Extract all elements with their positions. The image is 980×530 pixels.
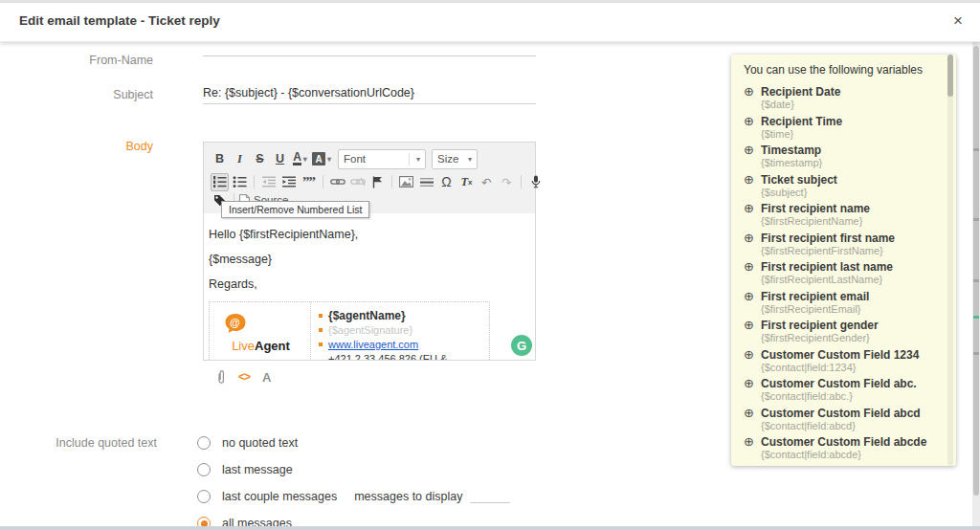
variables-panel: You can use the following variables ⊕Rec… (731, 55, 956, 466)
radio-no-quoted-text[interactable] (197, 436, 211, 450)
variable-item[interactable]: ⊕Customer Custom Field abcde{$contact|fi… (744, 435, 931, 461)
scroll-marker (973, 148, 979, 151)
anchor-flag-button[interactable] (368, 173, 387, 191)
website-link[interactable]: www.liveagent.com (328, 338, 418, 352)
insert-variable-icon: ⊕ (744, 173, 761, 187)
variable-item[interactable]: ⊕Timestamp{$timestamp} (744, 144, 931, 169)
insert-variable-icon: ⊕ (744, 407, 761, 420)
scroll-marker (973, 279, 979, 282)
svg-text:@: @ (230, 317, 240, 328)
page-scrollbar-thumb[interactable] (973, 46, 979, 496)
insert-image-button[interactable] (397, 173, 415, 191)
horizontal-rule-button[interactable] (417, 173, 435, 191)
from-name-input[interactable] (203, 50, 536, 56)
flag-icon (372, 176, 383, 188)
signature-block: @ LiveAgent {$agentName} {$agentSignatur… (209, 301, 490, 360)
signature-details-cell: {$agentName} {$agentSignature} www.livea… (311, 302, 489, 360)
variable-item[interactable]: ⊕Customer Custom Field 1234{$contact|fie… (744, 348, 931, 374)
dialog-header: Edit email template - Ticket reply × (0, 3, 980, 42)
dialog-title: Edit email template - Ticket reply (19, 13, 220, 28)
bold-button[interactable]: B (211, 150, 229, 168)
signature-line: {$agentSignature} (319, 323, 481, 338)
bullet-icon (319, 328, 323, 332)
variable-item[interactable]: ⊕Customer Custom Field abc.{$contact|fie… (744, 377, 931, 403)
signature-line: +421 2 33 456 826 (EU & Worldwide) (319, 352, 481, 360)
page-bottom-edge (0, 526, 980, 530)
numbered-list-button[interactable] (211, 173, 229, 191)
insert-variable-icon: ⊕ (744, 115, 761, 128)
insert-variable-icon: ⊕ (744, 435, 761, 449)
radio-last-message[interactable] (197, 463, 211, 476)
bullet-icon (319, 342, 323, 346)
toolbar-tooltip: Insert/Remove Numbered List (221, 201, 369, 218)
variable-item[interactable]: ⊕First recipient email{$firstRecipientEm… (744, 290, 931, 316)
variable-item[interactable]: ⊕Recipient Time{$time} (744, 115, 931, 141)
variables-panel-title: You can use the following variables (744, 63, 931, 77)
variable-item[interactable]: ⊕First recipient name{$firstRecipientNam… (744, 202, 931, 228)
paperclip-icon (216, 369, 226, 385)
messages-to-display-label: messages to display (354, 490, 462, 503)
insert-variable-icon: ⊕ (744, 319, 761, 332)
underline-button[interactable]: U (271, 150, 289, 168)
variable-item[interactable]: ⊕Customer Custom Field abcd{$contact|fie… (744, 407, 931, 432)
insert-link-button[interactable] (328, 173, 346, 191)
decrease-indent-icon (262, 176, 276, 188)
strikethrough-button[interactable]: S (251, 150, 269, 168)
editor-toolbar-row2: ”” (211, 173, 545, 190)
bulleted-list-button[interactable] (231, 173, 249, 191)
quoted-option-row: last message (197, 463, 293, 476)
close-icon[interactable]: × (947, 11, 969, 32)
decrease-indent-button[interactable] (259, 173, 278, 191)
subject-input[interactable]: Re: {$subject} - {$conversationUrlCode} (203, 84, 536, 104)
insert-variable-icon: ⊕ (744, 232, 761, 245)
messages-to-display-input[interactable] (470, 490, 510, 503)
variable-item[interactable]: ⊕Ticket subject{$subject} (744, 173, 931, 199)
variable-item[interactable]: ⊕Recipient Date{$date} (744, 85, 931, 111)
html-code-button[interactable]: <> (238, 370, 250, 384)
attachment-button[interactable] (216, 369, 226, 385)
special-character-button[interactable]: Ω (437, 173, 456, 191)
message-variable-line: {$message} (209, 252, 535, 267)
background-color-button[interactable]: A ▾ (311, 150, 332, 168)
font-dropdown[interactable]: Font ▾ (338, 149, 426, 169)
undo-button[interactable]: ↶ (478, 173, 496, 191)
scroll-marker (973, 218, 979, 221)
redo-button[interactable]: ↷ (498, 173, 516, 191)
increase-indent-button[interactable] (279, 173, 298, 191)
variable-item[interactable]: ⊕First recipient last name{$firstRecipie… (744, 260, 931, 286)
remove-format-button[interactable]: Tx (457, 173, 476, 191)
text-color-icon: A (293, 152, 301, 166)
horizontal-rule-icon (420, 177, 434, 188)
chevron-down-icon: ▾ (303, 155, 307, 164)
radio-label[interactable]: last couple messages (222, 490, 337, 503)
grammarly-badge-icon[interactable]: G (511, 335, 532, 356)
radio-last-couple-messages[interactable] (197, 490, 211, 503)
variable-item[interactable]: ⊕First recipient first name{$firstRecipi… (744, 232, 931, 257)
editor-content[interactable]: Hello {$firstRecipientName}, {$message} … (204, 213, 535, 360)
microphone-icon (531, 175, 541, 188)
radio-label[interactable]: no quoted text (222, 436, 298, 450)
dictation-button[interactable] (526, 173, 545, 191)
editor-toolbar-row1: B I S U A ▾ A ▾ Font ▾ Size ▾ (211, 148, 478, 169)
greeting-line: Hello {$firstRecipientName}, (209, 227, 535, 242)
editor-footer-actions: <> A (216, 369, 271, 385)
panel-scrollbar-track[interactable] (947, 55, 953, 466)
unlink-button[interactable] (348, 173, 367, 191)
scroll-marker-green (973, 316, 979, 319)
radio-label[interactable]: last message (222, 463, 293, 476)
chevron-down-icon: ▾ (468, 155, 472, 164)
text-format-button[interactable]: A (262, 370, 271, 385)
panel-scrollbar-thumb[interactable] (947, 55, 953, 97)
numbered-list-icon (212, 176, 227, 188)
insert-variable-icon: ⊕ (744, 348, 761, 362)
chevron-down-icon: ▾ (416, 155, 420, 164)
blockquote-button[interactable]: ”” (300, 173, 318, 191)
text-color-button[interactable]: A ▾ (291, 150, 309, 168)
size-dropdown[interactable]: Size ▾ (432, 149, 478, 169)
link-icon (330, 177, 345, 187)
quoted-option-row: last couple messages messages to display (197, 490, 510, 503)
italic-button[interactable]: I (231, 150, 249, 168)
increase-indent-icon (282, 176, 296, 188)
variable-item[interactable]: ⊕First recipient gender{$firstRecipientG… (744, 319, 931, 344)
from-name-label: From-Name (0, 54, 153, 67)
